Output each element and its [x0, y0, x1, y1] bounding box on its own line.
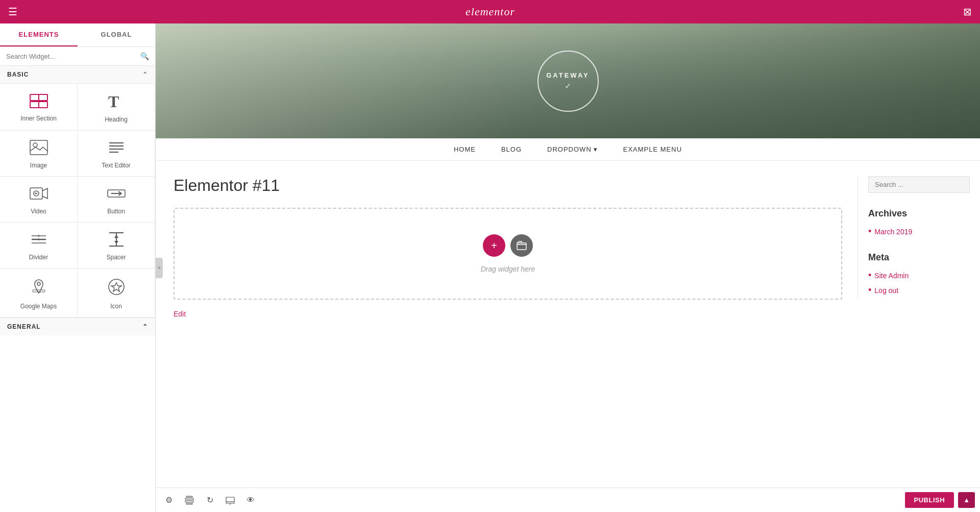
widget-label-heading: Heading	[105, 116, 128, 123]
grid-icon[interactable]: ⊠	[963, 6, 972, 18]
dropdown-arrow-icon: ▾	[594, 145, 598, 153]
svg-point-30	[109, 279, 124, 295]
meta-list: Site Admin Log out	[868, 270, 970, 296]
heading-icon: T	[107, 93, 126, 112]
widget-item-spacer[interactable]: Spacer	[78, 223, 155, 269]
widget-label-image: Image	[30, 162, 47, 169]
search-icon: 🔍	[140, 52, 149, 60]
top-bar: ☰ elementor ⊠	[0, 0, 980, 23]
svg-text:T: T	[108, 93, 119, 109]
meta-item-site-admin: Site Admin	[868, 270, 970, 281]
svg-rect-32	[517, 243, 526, 250]
widget-label-spacer: Spacer	[106, 254, 126, 261]
widget-label-divider: Divider	[29, 254, 48, 261]
svg-rect-29	[33, 290, 45, 292]
site-nav: HOME BLOG DROPDOWN ▾ EXAMPLE MENU	[156, 138, 980, 161]
inner-section-icon	[30, 94, 48, 111]
basic-section-header[interactable]: BASIC ⌃	[0, 66, 155, 84]
layers-icon[interactable]	[181, 492, 198, 508]
meta-widget: Meta Site Admin Log out	[868, 252, 970, 296]
widget-item-divider[interactable]: Divider	[0, 223, 78, 269]
svg-marker-27	[114, 241, 118, 244]
archive-item: March 2019	[868, 226, 970, 237]
page-content: Elementor #11 +	[156, 161, 980, 329]
responsive-icon[interactable]	[222, 492, 238, 508]
collapse-sidebar-handle[interactable]: <	[156, 258, 163, 278]
svg-rect-34	[185, 501, 193, 502]
settings-icon[interactable]: ⚙	[161, 492, 177, 508]
archives-widget: Archives March 2019	[868, 208, 970, 237]
search-widget	[868, 176, 970, 193]
hamburger-menu-icon[interactable]: ☰	[8, 6, 17, 18]
svg-rect-5	[30, 140, 47, 155]
bottom-toolbar: ⚙ ↻ 👁 PUBLISH ▲	[156, 487, 980, 512]
svg-rect-36	[186, 503, 192, 504]
meta-title: Meta	[868, 252, 970, 263]
basic-section-label: BASIC	[7, 71, 29, 78]
tab-elements[interactable]: ELEMENTS	[0, 23, 78, 46]
widget-label-inner-section: Inner Section	[20, 115, 57, 122]
widget-item-heading[interactable]: T Heading	[78, 84, 155, 131]
widget-label-text-editor: Text Editor	[102, 162, 131, 169]
svg-rect-35	[186, 496, 192, 497]
site-logo: GATEWAY ✓	[537, 51, 599, 112]
widget-item-inner-section[interactable]: Inner Section	[0, 84, 78, 131]
svg-marker-13	[35, 192, 38, 194]
widget-label-button: Button	[107, 208, 125, 215]
elementor-logo: elementor	[465, 5, 515, 18]
chevron-down-icon-general: ⌃	[142, 323, 148, 330]
archive-list: March 2019	[868, 226, 970, 237]
archives-title: Archives	[868, 208, 970, 219]
meta-link-log-out[interactable]: Log out	[874, 286, 898, 295]
widget-search-box: 🔍	[0, 47, 155, 66]
preview-icon[interactable]: 👁	[242, 492, 259, 508]
general-section-header[interactable]: GENERAL ⌃	[0, 318, 155, 335]
divider-icon	[30, 232, 48, 250]
widget-item-icon[interactable]: Icon	[78, 269, 155, 318]
history-icon[interactable]: ↻	[202, 492, 218, 508]
widget-item-video[interactable]: Video	[0, 177, 78, 223]
content-area: GATEWAY ✓ HOME BLOG DROPDOWN ▾ EXAMPLE M…	[156, 23, 980, 487]
load-template-button[interactable]	[510, 234, 533, 257]
page-title: Elementor #11	[174, 176, 842, 195]
drop-zone: + Drag widget here	[174, 208, 842, 300]
svg-rect-37	[226, 497, 234, 503]
tab-global[interactable]: GLOBAL	[78, 23, 155, 46]
main-layout: ELEMENTS GLOBAL 🔍 BASIC ⌃	[0, 23, 980, 512]
widget-item-text-editor[interactable]: Text Editor	[78, 131, 155, 177]
svg-point-28	[37, 282, 40, 285]
icon-widget-icon	[107, 278, 126, 299]
nav-item-home[interactable]: HOME	[454, 145, 476, 153]
search-input[interactable]	[6, 53, 136, 60]
nav-item-blog[interactable]: BLOG	[501, 145, 522, 153]
widget-item-button[interactable]: Button	[78, 177, 155, 223]
publish-button[interactable]: PUBLISH	[905, 492, 954, 508]
widget-item-google-maps[interactable]: Google Maps	[0, 269, 78, 318]
drop-label: Drag widget here	[481, 265, 535, 273]
widget-item-image[interactable]: Image	[0, 131, 78, 177]
chevron-down-icon: ⌃	[142, 71, 148, 78]
widget-grid: Inner Section T Heading	[0, 84, 155, 318]
edit-link[interactable]: Edit	[174, 310, 186, 318]
widget-label-icon: Icon	[110, 303, 122, 310]
nav-item-dropdown[interactable]: DROPDOWN ▾	[547, 145, 598, 153]
archive-link-march-2019[interactable]: March 2019	[874, 228, 912, 236]
meta-link-site-admin[interactable]: Site Admin	[874, 272, 909, 280]
drop-actions: +	[483, 234, 533, 257]
video-icon	[30, 186, 48, 204]
text-editor-icon	[107, 140, 126, 158]
main-column: Elementor #11 +	[174, 176, 857, 319]
general-section-label: GENERAL	[7, 323, 41, 330]
svg-rect-33	[185, 498, 193, 500]
svg-marker-26	[114, 235, 118, 238]
svg-point-6	[33, 143, 37, 147]
publish-arrow-button[interactable]: ▲	[958, 492, 975, 508]
svg-marker-31	[111, 283, 121, 291]
sidebar-tabs: ELEMENTS GLOBAL	[0, 23, 155, 47]
site-logo-text: GATEWAY	[546, 71, 590, 79]
nav-item-example-menu[interactable]: EXAMPLE MENU	[623, 145, 682, 153]
site-header: GATEWAY ✓	[156, 23, 980, 138]
add-widget-button[interactable]: +	[483, 234, 505, 257]
site-search-input[interactable]	[868, 176, 970, 193]
widget-label-google-maps: Google Maps	[20, 303, 57, 310]
